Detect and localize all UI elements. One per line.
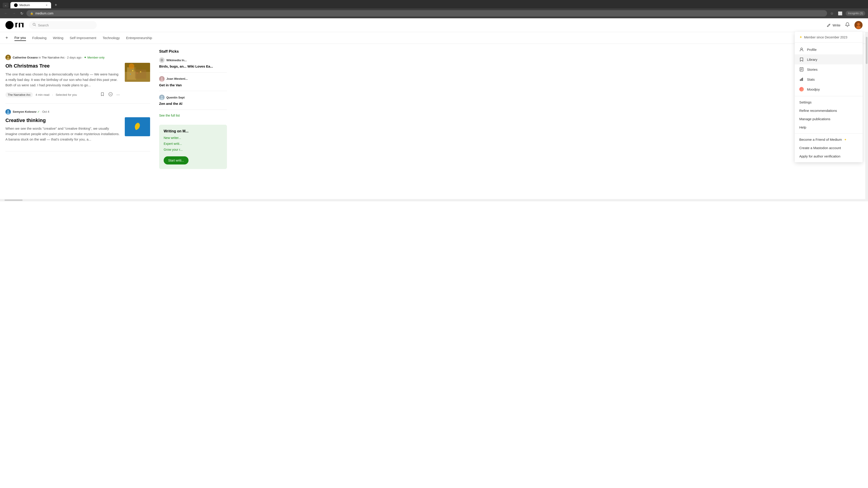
pick-author-name-2: Joan Westenl... [166,77,188,80]
back-button[interactable]: ← [3,10,9,16]
logo-m-icon [14,22,24,28]
site-info-icon: 🔒 [30,12,33,15]
medium-app: Search Write [0,18,868,199]
menu-main-items: Profile Library [795,43,863,96]
article-excerpt-2: When we see the words "creative" and "cr… [5,126,120,142]
article-body: Oh Christmas Tree The one that was chose… [5,63,150,98]
article-author-name-2: Semyon Kolosov ✓ · Oct 4 [13,110,49,113]
medium-logo[interactable] [5,21,24,29]
start-writing-button[interactable]: Start writi... [164,156,188,164]
menu-help-button[interactable]: Help [795,123,863,131]
menu-bottom: Become a Friend of Medium ✦ Create a Mas… [795,133,863,162]
bottom-scrollbar[interactable] [0,199,868,201]
svg-point-12 [7,56,9,58]
menu-manage-pubs-button[interactable]: Manage publications [795,115,863,123]
add-tab-button[interactable]: + [5,35,8,40]
tab-close-button[interactable]: × [46,3,48,7]
svg-point-38 [801,48,802,50]
tab-self-improvement[interactable]: Self Improvement [70,35,96,41]
writing-on-medium-section: Writing on M... New writer... Expert wri… [159,125,227,169]
writing-item-2[interactable]: Expert writi... [164,142,222,145]
tab-for-you[interactable]: For you [14,35,26,41]
article-text: Oh Christmas Tree The one that was chose… [5,63,120,98]
menu-library-label: Library [807,58,817,61]
menu-verification-button[interactable]: Apply for author verification [795,152,863,160]
svg-point-36 [161,96,163,98]
menu-friend-button[interactable]: Become a Friend of Medium ✦ [795,135,863,144]
writing-item-1[interactable]: New writer... [164,136,222,140]
less-button[interactable] [108,92,113,98]
incognito-button[interactable]: Incognito (3) [846,11,865,16]
svg-point-9 [857,23,860,26]
pick-title-2[interactable]: Get in the Van [159,83,227,88]
menu-item-moodjoy[interactable]: Moodjoy [795,84,863,94]
notification-button[interactable] [845,22,850,28]
bottom-scroll-thumb[interactable] [4,199,23,201]
articles-section: Catherine Oceano in The Narrative Arc · … [5,49,150,169]
banana-svg [131,120,144,133]
tab-switcher-button[interactable]: ⌄ [3,3,8,8]
menu-mastodon-button[interactable]: Create a Mastodon account [795,144,863,152]
save-button[interactable] [100,92,105,98]
menu-moodjoy-label: Moodjoy [807,88,820,91]
article-meta: Catherine Oceano in The Narrative Arc · … [5,55,150,60]
article-author-name: Catherine Oceano in The Narrative Arc · … [13,56,105,59]
writing-item-3[interactable]: Grow your r... [164,148,222,151]
pick-title-1[interactable]: Birds, bugs, an... Wiki Loves Ea... [159,64,227,69]
write-icon [827,23,831,27]
sidebar: Staff Picks Wikimedia In... Birds, bugs,… [159,49,227,169]
user-avatar[interactable] [855,21,863,29]
article-title[interactable]: Oh Christmas Tree [5,63,120,69]
url-display: medium.com [35,11,53,15]
person-icon [799,47,804,52]
reload-button[interactable]: ↻ [19,10,25,17]
article-text-2: Creative thinking When we see the words … [5,117,120,146]
tab-writing[interactable]: Writing [53,35,63,41]
pick-author-1: Wikimedia In... [159,57,227,63]
tab-entrepreneurship[interactable]: Entrepreneurship [126,35,152,41]
pick-author-name-3: Quentin Sept [166,96,185,99]
category-tabs: + For you Following Writing Self Improve… [0,32,868,44]
author-avatar-oceano [5,55,11,60]
tab-following[interactable]: Following [32,35,46,41]
medium-tab[interactable]: Medium × [10,2,51,8]
moodjoy-avatar [799,87,804,92]
menu-item-library[interactable]: Library [795,55,863,64]
article-title-2[interactable]: Creative thinking [5,117,120,124]
article-excerpt: The one that was chosen by a democratica… [5,72,120,88]
menu-stories-label: Stories [807,68,817,71]
article-thumbnail-creative[interactable] [125,117,150,136]
svg-point-25 [140,71,141,72]
pick-title-3[interactable]: Zen and the Al [159,101,227,106]
menu-settings-button[interactable]: Settings [795,98,863,106]
scrollbar-thumb[interactable] [866,37,868,64]
page-scrollbar[interactable] [865,32,868,199]
tab-technology[interactable]: Technology [103,35,120,41]
selected-for-you: Selected for you [56,93,77,96]
search-bar[interactable]: Search [29,21,97,29]
article-thumbnail-christmas[interactable] [125,63,150,82]
article-actions: ··· [100,92,120,98]
bookmark-button[interactable]: ☆ [829,10,835,17]
staff-pick-1: Wikimedia In... Birds, bugs, an... Wiki … [159,57,227,72]
read-time: 4 min read [35,93,49,96]
writing-section-title: Writing on M... [164,129,222,133]
extensions-button[interactable]: ⬜ [837,10,844,17]
new-tab-button[interactable]: + [53,2,59,8]
menu-item-profile[interactable]: Profile [795,44,863,55]
write-button[interactable]: Write [827,23,840,27]
menu-item-stats[interactable]: Stats [795,74,863,84]
article-tag[interactable]: The Narrative Arc [5,92,33,97]
tab-title: Medium [20,3,30,7]
see-full-list-button[interactable]: See the full list [159,113,180,117]
browser-tab-bar: ⌄ Medium × + [0,0,868,8]
svg-rect-5 [22,23,24,27]
address-bar[interactable]: 🔒 medium.com [26,10,827,17]
more-options-button[interactable]: ··· [116,92,120,98]
svg-point-10 [856,26,861,29]
menu-refine-button[interactable]: Refine recommendations [795,106,863,115]
forward-button[interactable]: → [11,10,17,16]
svg-point-24 [130,74,131,74]
svg-point-34 [160,79,163,82]
menu-item-stories[interactable]: Stories [795,64,863,74]
